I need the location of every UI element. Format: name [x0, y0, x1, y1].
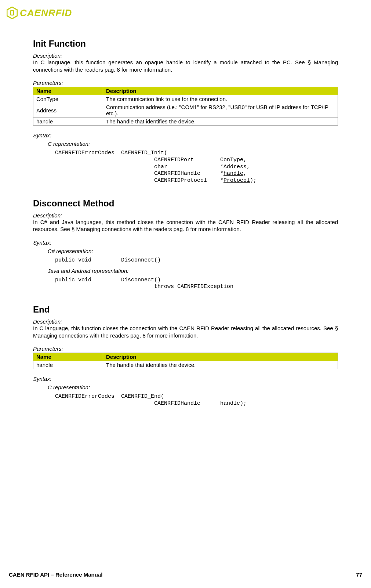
table-header-row: Name Description	[33, 353, 338, 361]
description-text: In C language, this function closes the …	[33, 325, 338, 339]
param-name: handle	[33, 361, 103, 369]
th-name: Name	[33, 353, 103, 361]
code-line-end: ,	[243, 170, 247, 177]
description-label: Description:	[33, 318, 338, 325]
code-underline: Protocol	[223, 177, 250, 184]
th-desc: Description	[103, 353, 338, 361]
description-label: Description:	[33, 212, 338, 219]
syntax-label: Syntax:	[33, 239, 338, 246]
svg-rect-1	[11, 11, 14, 15]
table-row: Address Communication address (i.e.: "CO…	[33, 103, 338, 118]
param-desc: Communication address (i.e.: "COM1" for …	[103, 103, 338, 118]
repr-c-label: C representation:	[48, 384, 338, 390]
parameters-table: Name Description handle The handle that …	[33, 353, 338, 369]
table-row: ConType The communication link to use fo…	[33, 95, 338, 103]
code-line: CAENRFIDErrorCodes CAENRFID_Init(	[55, 150, 167, 156]
syntax-label: Syntax:	[33, 132, 338, 138]
code-line-end: );	[250, 177, 257, 184]
page-number: 77	[356, 571, 362, 578]
param-desc: The communication link to use for the co…	[103, 95, 338, 103]
svg-rect-2	[11, 10, 13, 11]
logo-text: CAENRFID	[20, 7, 72, 19]
brand-logo: CAENRFID	[7, 7, 72, 19]
param-name: handle	[33, 118, 103, 126]
table-header-row: Name Description	[33, 87, 338, 95]
param-desc: The handle that identifies the device.	[103, 361, 338, 369]
description-text: In C# and Java languages, this method cl…	[33, 219, 338, 233]
parameters-label: Parameters:	[33, 346, 338, 352]
code-java: public void Disconnect() throws CAENRFID…	[55, 277, 338, 291]
code-end: CAENRFIDErrorCodes CAENRFID_End( CAENRFI…	[55, 393, 338, 407]
heading-disconnect: Disconnect Method	[33, 198, 338, 209]
description-label: Description:	[33, 53, 338, 59]
repr-cs-label: C# representation:	[48, 248, 338, 254]
table-row: handle The handle that identifies the de…	[33, 118, 338, 126]
repr-c-label: C representation:	[48, 141, 338, 147]
code-line: char *Address,	[55, 164, 250, 170]
syntax-label: Syntax:	[33, 376, 338, 382]
section-end: End Description: In C language, this fun…	[33, 304, 338, 407]
hex-icon	[7, 7, 18, 19]
param-name: ConType	[33, 95, 103, 103]
param-name: Address	[33, 103, 103, 118]
code-underline: handle	[223, 170, 243, 177]
section-disconnect: Disconnect Method Description: In C# and…	[33, 198, 338, 291]
th-desc: Description	[103, 87, 338, 95]
footer-title: CAEN RFID API – Reference Manual	[9, 571, 102, 578]
code-cs: public void Disconnect()	[55, 257, 338, 264]
parameters-label: Parameters:	[33, 80, 338, 86]
description-text: In C language, this function generates a…	[33, 59, 338, 73]
code-line: CAENRFIDHandle *	[55, 170, 223, 177]
th-name: Name	[33, 87, 103, 95]
heading-end: End	[33, 304, 338, 315]
table-row: handle The handle that identifies the de…	[33, 361, 338, 369]
section-init: Init Function Description: In C language…	[33, 39, 338, 184]
code-line: CAENRFIDPort ConType,	[55, 157, 247, 163]
svg-marker-0	[7, 7, 17, 19]
page-content: Init Function Description: In C language…	[33, 39, 338, 407]
code-init: CAENRFIDErrorCodes CAENRFID_Init( CAENRF…	[55, 150, 338, 184]
parameters-table: Name Description ConType The communicati…	[33, 87, 338, 126]
page-footer: CAEN RFID API – Reference Manual 77	[9, 571, 362, 578]
param-desc: The handle that identifies the device.	[103, 118, 338, 126]
repr-java-label: Java and Android representation:	[48, 268, 338, 274]
code-line: CAENRFIDProtocol *	[55, 177, 223, 184]
heading-init: Init Function	[33, 39, 338, 49]
